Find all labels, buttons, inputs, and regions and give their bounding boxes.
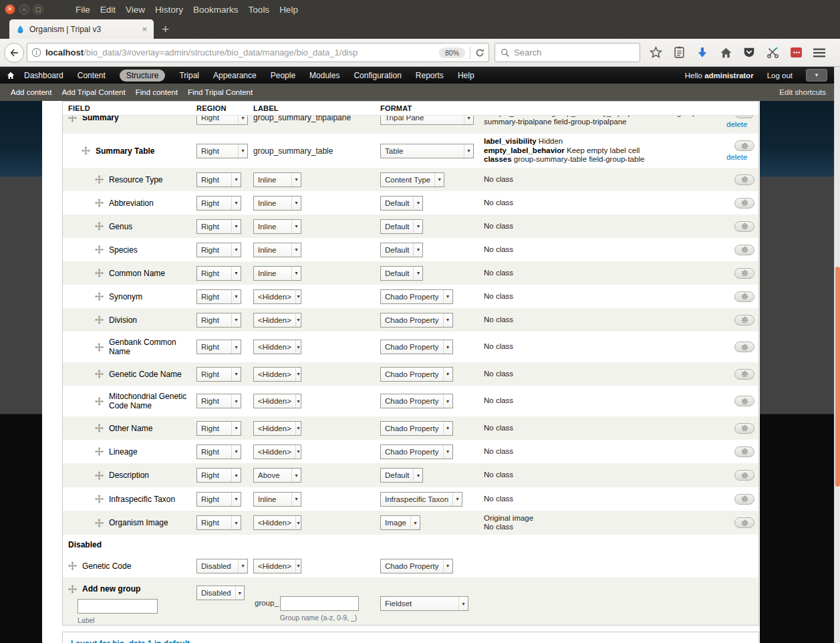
toolbar-item-dashboard[interactable]: Dashboard [24, 71, 63, 80]
shortcut-add-content[interactable]: Add content [11, 88, 51, 96]
region-select[interactable]: Right▾ [196, 289, 241, 304]
shortcut-find-content[interactable]: Find content [136, 88, 178, 96]
browser-tab[interactable]: Organism | Tripal v3 × [9, 19, 154, 39]
bookmark-star-icon[interactable] [648, 45, 663, 60]
settings-button[interactable] [734, 446, 754, 457]
region-select[interactable]: Right▾ [196, 116, 248, 125]
format-select[interactable]: Default▾ [380, 196, 423, 211]
url-bar[interactable]: localhost/bio_data/3#overlay=admin/struc… [27, 43, 489, 62]
label-select[interactable]: Inline▾ [253, 243, 301, 257]
drag-handle-icon[interactable] [95, 222, 104, 231]
settings-button[interactable] [734, 315, 754, 326]
shortcut-add-tripal-content[interactable]: Add Tripal Content [61, 88, 125, 96]
group-label-input[interactable] [78, 599, 158, 614]
back-button[interactable] [4, 43, 24, 63]
drag-handle-icon[interactable] [95, 175, 104, 184]
format-select[interactable]: Default▾ [380, 468, 423, 483]
menu-bookmarks[interactable]: Bookmarks [193, 5, 239, 15]
window-maximize-button[interactable]: ▢ [33, 4, 43, 15]
toolbar-item-help[interactable]: Help [458, 71, 474, 80]
pocket-icon[interactable] [742, 45, 756, 60]
window-minimize-button[interactable]: − [19, 4, 29, 15]
window-close-button[interactable]: × [5, 4, 15, 15]
label-select[interactable]: <Hidden>▾ [253, 367, 301, 382]
label-select[interactable]: <Hidden>▾ [253, 394, 301, 408]
settings-button[interactable] [734, 140, 754, 151]
logout-link[interactable]: Log out [767, 72, 793, 80]
label-select[interactable]: Inline▾ [253, 266, 301, 281]
settings-button[interactable] [734, 268, 754, 279]
toolbar-item-tripal[interactable]: Tripal [179, 71, 199, 80]
drag-handle-icon[interactable] [95, 471, 104, 480]
region-select[interactable]: Right▾ [196, 313, 241, 328]
drag-handle-icon[interactable] [95, 447, 104, 456]
region-select[interactable]: Right▾ [196, 515, 241, 530]
label-select[interactable]: Inline▾ [253, 196, 301, 211]
toolbar-item-content[interactable]: Content [78, 71, 106, 80]
settings-button[interactable] [734, 369, 754, 380]
region-select[interactable]: Right▾ [196, 367, 241, 382]
reload-icon[interactable] [475, 48, 484, 57]
menu-view[interactable]: View [126, 5, 145, 15]
zoom-level-badge[interactable]: 80% [439, 47, 465, 58]
settings-button[interactable] [734, 245, 754, 255]
toolbar-item-modules[interactable]: Modules [309, 71, 339, 80]
label-select[interactable]: Inline▾ [253, 219, 301, 234]
format-select[interactable]: Tripal Pane▾ [380, 116, 474, 125]
label-select[interactable]: <Hidden>▾ [253, 421, 301, 436]
format-select[interactable]: Content Type▾ [380, 172, 444, 187]
drag-handle-icon[interactable] [95, 199, 104, 207]
home-icon[interactable] [718, 45, 733, 60]
format-select[interactable]: Chado Property▾ [380, 394, 453, 408]
user-greeting[interactable]: Hello administrator [685, 72, 754, 80]
drag-handle-icon[interactable] [82, 146, 90, 155]
format-select[interactable]: Table▾ [380, 144, 474, 158]
label-select[interactable]: <Hidden>▾ [253, 444, 301, 459]
format-select[interactable]: Chado Property▾ [380, 559, 453, 573]
label-select[interactable]: <Hidden>▾ [253, 340, 301, 354]
toolbar-toggle-button[interactable]: ▼ [806, 69, 827, 82]
scrollbar-thumb[interactable] [835, 267, 840, 487]
menu-tools[interactable]: Tools [249, 5, 270, 15]
drag-handle-icon[interactable] [95, 495, 104, 503]
format-select[interactable]: Chado Property▾ [380, 421, 453, 436]
drag-handle-icon[interactable] [68, 585, 77, 594]
region-select[interactable]: Right▾ [196, 444, 241, 459]
settings-button[interactable] [734, 470, 754, 481]
menu-help[interactable]: Help [279, 5, 298, 15]
reading-list-icon[interactable] [672, 45, 686, 60]
toolbar-item-configuration[interactable]: Configuration [354, 71, 401, 80]
edit-shortcuts-link[interactable]: Edit shortcuts [779, 88, 826, 96]
admin-home-icon[interactable] [7, 72, 15, 80]
format-select[interactable]: Chado Property▾ [380, 289, 453, 304]
group-machine-name-input[interactable] [280, 596, 359, 611]
scrollbar-track[interactable] [834, 67, 840, 643]
region-select[interactable]: Disabled▾ [196, 586, 245, 600]
label-select[interactable]: Inline▾ [253, 492, 301, 507]
drag-handle-icon[interactable] [95, 269, 104, 277]
shortcut-find-tripal-content[interactable]: Find Tripal Content [188, 88, 253, 96]
settings-button[interactable] [734, 517, 754, 528]
toolbar-item-structure[interactable]: Structure [120, 70, 166, 82]
format-select[interactable]: Default▾ [380, 219, 423, 234]
settings-button[interactable] [734, 198, 754, 209]
menu-hamburger-icon[interactable] [812, 45, 827, 60]
new-tab-button[interactable]: + [162, 22, 169, 37]
drag-handle-icon[interactable] [95, 245, 104, 254]
format-select[interactable]: Chado Property▾ [380, 340, 453, 354]
settings-button[interactable] [734, 423, 754, 434]
settings-button[interactable] [734, 221, 754, 232]
menu-edit[interactable]: Edit [100, 5, 116, 15]
label-select[interactable]: Above▾ [253, 468, 301, 483]
region-select[interactable]: Right▾ [196, 196, 241, 211]
format-select[interactable]: Image▾ [380, 515, 420, 530]
format-select[interactable]: Default▾ [380, 243, 423, 257]
delete-link[interactable]: delete [726, 153, 747, 161]
region-select[interactable]: Right▾ [196, 468, 241, 483]
format-select[interactable]: Infraspecific Taxon▾ [380, 492, 462, 507]
region-select[interactable]: Right▾ [196, 394, 241, 408]
settings-button[interactable] [734, 174, 754, 185]
toolbar-item-reports[interactable]: Reports [416, 71, 444, 80]
drag-handle-icon[interactable] [95, 397, 104, 406]
settings-button[interactable] [734, 342, 754, 352]
